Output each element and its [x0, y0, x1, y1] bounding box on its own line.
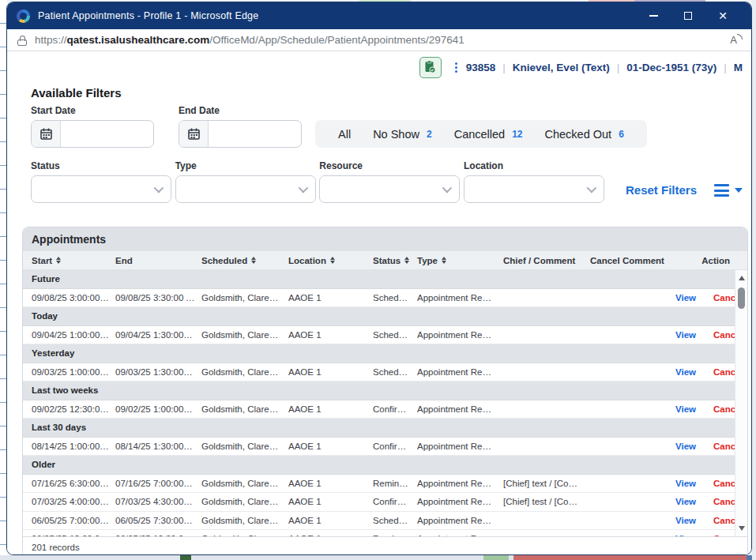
cell-actions: ViewCancel [675, 516, 735, 525]
cell-chief: [Chief] test / [Comm... [503, 497, 590, 506]
chevron-down-icon [442, 183, 453, 194]
table-row: 08/14/25 1:00:00 PM08/14/25 1:30:00 PMGo… [23, 438, 735, 457]
resource-dropdown[interactable] [319, 175, 460, 203]
start-date-label: Start Date [31, 105, 154, 116]
reset-filters-link[interactable]: Reset Filters [626, 183, 697, 203]
cell-type: Appointment Remin... [417, 330, 503, 340]
address-bar[interactable]: https://qatest.isalushealthcare.com/Offi… [7, 29, 751, 51]
record-count: 201 records [23, 536, 747, 554]
col-start[interactable]: Start [32, 256, 115, 265]
cell-location: AAOE 1 [288, 330, 373, 340]
cell-type: Appointment Remin... [417, 404, 503, 414]
table-row: 09/08/25 3:00:00 AM09/08/25 3:30:00 AMGo… [23, 289, 735, 308]
cell-actions: ViewCancel [675, 367, 735, 377]
view-link[interactable]: View [675, 497, 696, 506]
status-dropdown[interactable] [31, 175, 171, 203]
patient-dob: 01-Dec-1951 (73y) [626, 62, 717, 73]
col-location[interactable]: Location [288, 256, 373, 265]
maximize-button[interactable] [671, 2, 705, 29]
cancel-link[interactable]: Cancel [713, 479, 735, 488]
filters-heading: Available Filters [16, 81, 743, 101]
end-date-label: End Date [179, 105, 302, 116]
col-end[interactable]: End [115, 256, 201, 265]
col-type[interactable]: Type [417, 256, 503, 265]
location-dropdown[interactable] [464, 175, 604, 203]
group-header: Last 30 days [23, 419, 735, 438]
cancel-link[interactable]: Cancel [713, 404, 735, 414]
sort-icon [56, 257, 61, 265]
col-status[interactable]: Status [373, 256, 417, 265]
cell-actions: ViewCancel [675, 442, 735, 451]
view-link[interactable]: View [675, 442, 696, 451]
kebab-menu-icon[interactable] [455, 62, 457, 73]
maximize-icon [684, 12, 692, 20]
type-dropdown-label: Type [175, 160, 316, 171]
read-aloud-icon[interactable]: A [730, 34, 742, 46]
col-cancel-comment[interactable]: Cancel Comment [590, 256, 675, 265]
list-options-button[interactable] [714, 184, 743, 203]
cell-scheduled: Goldsmith, Clarence [201, 330, 288, 340]
table-scrollbar[interactable] [735, 270, 747, 536]
cancel-link[interactable]: Cancel [713, 330, 735, 340]
cell-end: 07/16/25 7:00:00 PM [115, 479, 201, 488]
patient-chart-button[interactable] [419, 57, 442, 78]
cell-location: AAOE 1 [288, 293, 373, 303]
tab-checked-out[interactable]: Checked Out6 [534, 128, 635, 141]
url-scheme: https:// [35, 34, 67, 46]
cell-location: AAOE 1 [288, 367, 373, 377]
minimize-icon [649, 15, 658, 17]
patient-header: 93858 | Knievel, Evel (Text) | 01-Dec-19… [16, 51, 743, 81]
cell-start: 09/02/25 12:30:00 PM [32, 404, 115, 414]
col-chief-comment[interactable]: Chief / Comment [503, 256, 590, 265]
view-link[interactable]: View [675, 293, 696, 303]
window-title: Patient Appointments - Profile 1 - Micro… [38, 10, 636, 21]
start-date-value[interactable] [61, 121, 153, 147]
calendar-icon[interactable] [179, 121, 209, 147]
cell-start: 07/03/25 4:00:00 PM [32, 497, 115, 506]
sort-icon [404, 257, 409, 265]
start-date-input[interactable] [31, 120, 154, 148]
scroll-up-icon[interactable] [739, 276, 745, 280]
scrollbar-thumb[interactable] [738, 288, 745, 309]
cell-status: Scheduled [373, 367, 417, 377]
cell-type: Appointment Remin... [417, 516, 503, 525]
cancel-link[interactable]: Cancel [713, 442, 735, 451]
cancel-link[interactable]: Cancel [713, 497, 735, 506]
url-text[interactable]: https://qatest.isalushealthcare.com/Offi… [35, 34, 730, 46]
view-link[interactable]: View [675, 479, 696, 488]
title-bar[interactable]: Patient Appointments - Profile 1 - Micro… [7, 2, 751, 29]
tab-count: 12 [512, 129, 522, 140]
cancel-link[interactable]: Cancel [713, 367, 735, 377]
cancel-link[interactable]: Cancel [713, 293, 735, 303]
cancel-link[interactable]: Cancel [713, 516, 735, 525]
tab-all[interactable]: All [327, 128, 362, 141]
patient-id: 93858 [466, 62, 496, 73]
cell-end: 09/04/25 1:30:00 PM [115, 330, 201, 340]
view-link[interactable]: View [675, 404, 696, 414]
type-dropdown[interactable] [175, 175, 316, 203]
end-date-value[interactable] [209, 121, 301, 147]
view-link[interactable]: View [675, 367, 696, 377]
view-link[interactable]: View [675, 516, 696, 525]
table-viewport: Future09/08/25 3:00:00 AM09/08/25 3:30:0… [23, 270, 735, 536]
end-date-input[interactable] [179, 120, 302, 148]
tab-no-show[interactable]: No Show2 [362, 128, 443, 141]
profile-avatar-icon [17, 9, 30, 23]
group-header: Yesterday [23, 344, 735, 363]
close-button[interactable]: ✕ [705, 2, 740, 29]
calendar-icon[interactable] [32, 121, 61, 147]
tab-cancelled[interactable]: Cancelled12 [443, 128, 534, 141]
scroll-down-icon[interactable] [739, 526, 745, 531]
minimize-button[interactable] [636, 2, 671, 29]
cell-actions: ViewCancel [675, 404, 735, 414]
col-scheduled[interactable]: Scheduled [201, 256, 288, 265]
appointments-title: Appointments [23, 227, 747, 251]
view-link[interactable]: View [675, 330, 696, 340]
group-header: Last two weeks [23, 381, 735, 400]
table-row: 09/04/25 1:00:00 PM09/04/25 1:30:00 PMGo… [23, 326, 735, 345]
clipboard-check-icon [424, 61, 436, 73]
close-icon: ✕ [718, 10, 728, 21]
cell-end: 09/02/25 1:00:00 PM [115, 404, 201, 414]
cell-status: Reminde... [373, 479, 417, 488]
cell-end: 09/03/25 1:30:00 PM [115, 367, 201, 377]
